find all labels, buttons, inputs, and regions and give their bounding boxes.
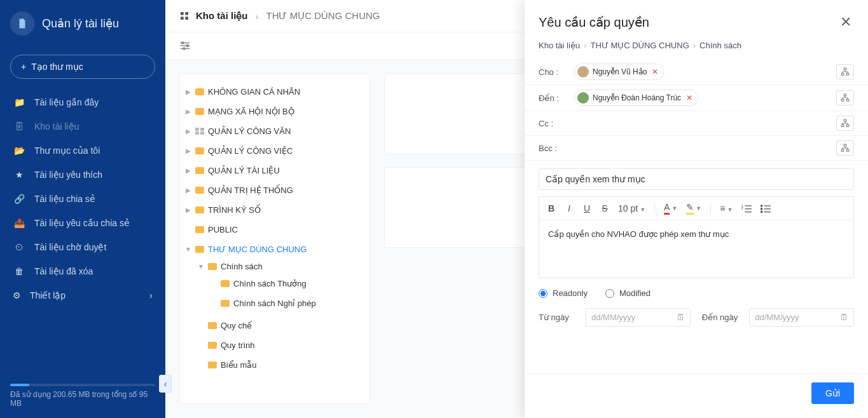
settings-label: Thiết lập	[30, 290, 65, 300]
folder-icon	[195, 167, 204, 174]
close-button[interactable]: ✕	[837, 11, 854, 33]
tree-item-expanded[interactable]: ▼Chính sách	[193, 259, 366, 274]
tree-item[interactable]: Quy chế	[193, 318, 366, 333]
remove-chip-button[interactable]: ✕	[652, 67, 658, 76]
nav-trash[interactable]: 🗑Tài liệu đã xóa	[0, 259, 165, 283]
nav-repo[interactable]: 🗄Kho tài liệu	[0, 114, 165, 138]
svg-rect-25	[846, 149, 849, 151]
panel-breadcrumb: Kho tài liệu› THƯ MỤC DÙNG CHUNG› Chính …	[525, 38, 868, 59]
breadcrumb-root[interactable]: Kho tài liệu	[196, 10, 248, 22]
nav-pending[interactable]: ⏲Tài liệu chờ duyệt	[0, 235, 165, 259]
brand: Quản lý tài liệu	[0, 0, 165, 47]
svg-point-31	[761, 205, 762, 206]
folder-icon	[221, 280, 230, 287]
svg-rect-19	[846, 99, 849, 101]
tree-item[interactable]: ▶QUẢN LÝ CÔNG VIỆC	[180, 144, 366, 158]
create-folder-button[interactable]: + Tạo thư mục	[10, 55, 155, 79]
nav-label: Tài liệu yêu cầu chia sẻ	[34, 218, 130, 228]
chevron-right-icon: ›	[256, 11, 259, 22]
svg-point-9	[183, 48, 185, 50]
svg-point-8	[186, 45, 188, 47]
caret-down-icon: ▼	[672, 205, 677, 212]
tree-item[interactable]: ▶QUẢN LÝ TÀI LIỆU	[180, 163, 366, 178]
field-cc[interactable]: Cc :	[525, 111, 868, 136]
field-bcc[interactable]: Bcc :	[525, 136, 868, 161]
nav-shared[interactable]: 🔗Tài liệu chia sẻ	[0, 187, 165, 211]
tree-item[interactable]: Biểu mẫu	[193, 358, 366, 372]
tree-label: Chính sách Thưởng	[233, 279, 307, 288]
align-button[interactable]: ≡▼	[720, 203, 733, 213]
tree-label: QUẢN TRỊ HỆ THỐNG	[208, 185, 293, 195]
from-date-input[interactable]: dd/MM/yyyy 🗓	[586, 308, 691, 327]
field-den: Đến : Nguyễn Đoàn Hoàng Trúc ✕	[525, 85, 868, 111]
nav-share-requests[interactable]: 📤Tài liệu yêu cầu chia sẻ	[0, 211, 165, 235]
italic-button[interactable]: I	[565, 203, 574, 213]
ordered-list-button[interactable]: 12	[741, 204, 752, 213]
fontsize-select[interactable]: 10 pt▼	[618, 203, 645, 213]
nav-settings[interactable]: ⚙Thiết lập ›	[0, 283, 165, 307]
storage-text: Đã sử dụng 200.65 MB trong tổng số 95 MB	[10, 390, 148, 408]
tree-item[interactable]: Chính sách Nghỉ phép	[205, 296, 366, 311]
expand-icon: ▶	[185, 128, 191, 135]
tree-item[interactable]: ▶QUẢN TRỊ HỆ THỐNG	[180, 183, 366, 198]
tree-item[interactable]: Chính sách Thưởng	[205, 276, 366, 291]
tree-item[interactable]: ▶TRÌNH KÝ SỐ	[180, 203, 366, 217]
tree-item-expanded[interactable]: ▼THƯ MỤC DÙNG CHUNG	[180, 242, 366, 257]
nav-recent[interactable]: 📁Tài liệu gần đây	[0, 90, 165, 114]
remove-chip-button[interactable]: ✕	[686, 93, 692, 102]
bold-button[interactable]: B	[547, 203, 556, 213]
plus-icon: +	[21, 62, 26, 72]
modified-radio[interactable]: Modified	[605, 288, 651, 298]
recipient-chip[interactable]: Nguyễn Vũ Hảo ✕	[574, 64, 664, 80]
tree-item[interactable]: ▶MẠNG XÃ HỘI NỘI BỘ	[180, 104, 366, 119]
recipient-chip[interactable]: Nguyễn Đoàn Hoàng Trúc ✕	[574, 90, 698, 106]
tree-item[interactable]: PUBLIC	[180, 222, 366, 237]
subject-wrap	[525, 161, 868, 196]
grid-icon	[179, 11, 189, 21]
nav-favorites[interactable]: ★Tài liệu yêu thích	[0, 163, 165, 187]
bc-item[interactable]: Kho tài liệu	[539, 41, 580, 50]
bc-item[interactable]: THƯ MỤC DÙNG CHUNG	[590, 41, 689, 50]
caret-down-icon: ▼	[727, 206, 733, 213]
tree-item[interactable]: Quy trình	[193, 338, 366, 353]
tree-item[interactable]: ▶QUẢN LÝ CÔNG VĂN	[180, 124, 366, 138]
folder-icon	[208, 263, 217, 270]
svg-rect-18	[841, 99, 844, 101]
org-picker-button[interactable]	[836, 116, 854, 131]
to-date-input[interactable]: dd/MM/yyyy 🗓	[749, 308, 854, 327]
chevron-right-icon: ›	[584, 41, 586, 50]
tree-item[interactable]: ▶KHÔNG GIAN CÁ NHÂN	[180, 84, 366, 99]
org-picker-button[interactable]	[836, 64, 854, 79]
folder-icon	[195, 187, 204, 194]
separator	[710, 203, 711, 214]
bullet-list-button[interactable]	[761, 204, 771, 213]
org-picker-button[interactable]	[836, 140, 854, 156]
expand-icon: ▶	[185, 108, 191, 115]
underline-button[interactable]: U	[582, 203, 591, 213]
highlight-button[interactable]: ✎▼	[686, 202, 701, 215]
expand-icon: ▶	[185, 206, 191, 213]
text-color-button[interactable]: A▼	[664, 202, 677, 215]
org-picker-button[interactable]	[836, 90, 854, 105]
svg-rect-15	[841, 73, 844, 75]
folder-icon	[195, 147, 204, 154]
chip-name: Nguyễn Vũ Hảo	[593, 67, 647, 76]
editor-body[interactable]: Cấp quyền cho NVHAO được phép xem thư mụ…	[539, 220, 853, 278]
calendar-icon: 🗓	[677, 313, 685, 322]
panel-footer: Gửi	[525, 373, 868, 418]
readonly-radio[interactable]: Readonly	[539, 288, 588, 298]
collapse-sidebar-button[interactable]: ‹	[159, 375, 172, 393]
svg-rect-2	[181, 17, 184, 20]
strike-button[interactable]: S	[600, 203, 609, 213]
send-button[interactable]: Gửi	[811, 382, 854, 404]
tree-label: Biểu mẫu	[221, 360, 256, 370]
field-label: Cho :	[539, 67, 568, 77]
subject-input[interactable]	[539, 168, 854, 190]
panel-header: Yêu cầu cấp quyền ✕	[525, 0, 868, 38]
svg-rect-3	[185, 17, 188, 20]
grid-icon	[195, 128, 204, 135]
tree-label: QUẢN LÝ CÔNG VIỆC	[208, 146, 293, 156]
nav-my-folders[interactable]: 📂Thư mục của tôi	[0, 138, 165, 163]
folder-icon: 📂	[13, 145, 25, 156]
trash-icon: 🗑	[13, 266, 25, 276]
